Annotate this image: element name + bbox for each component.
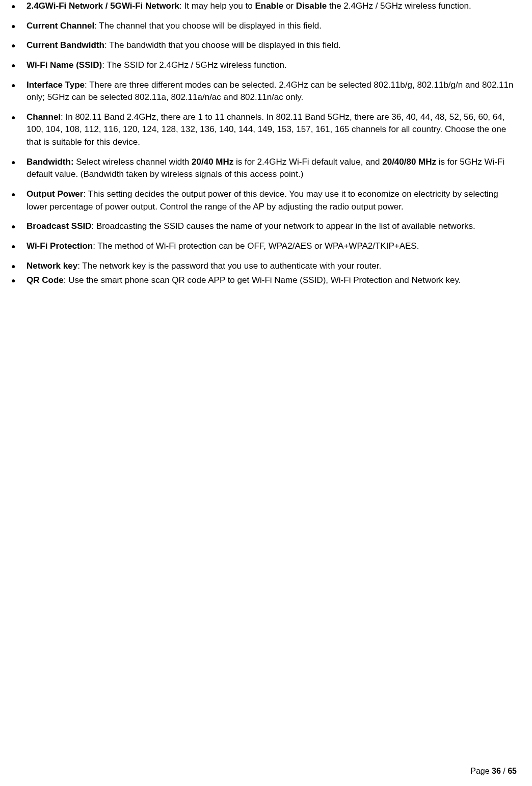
item-text: : There are three different modes can be… bbox=[26, 80, 513, 102]
document-body: 2.4GWi-Fi Network / 5GWi-Fi Network: It … bbox=[0, 0, 532, 287]
page-current: 36 bbox=[492, 767, 501, 775]
item-text: : The network key is the password that y… bbox=[77, 261, 381, 271]
list-item: Network key: The network key is the pass… bbox=[5, 260, 517, 273]
item-text: : The method of Wi-Fi protection can be … bbox=[93, 241, 419, 251]
item-bold: 20/40 MHz bbox=[192, 157, 233, 167]
item-bold: Disable bbox=[296, 1, 327, 11]
item-text: is for 2.4GHz Wi-Fi default value, and bbox=[233, 157, 382, 167]
item-text: : This setting decides the output power … bbox=[26, 189, 498, 212]
item-text: the 2.4GHz / 5GHz wireless function. bbox=[327, 1, 471, 11]
item-term: Output Power bbox=[26, 189, 83, 199]
list-item: Interface Type: There are three differen… bbox=[5, 79, 517, 104]
item-term: Current Bandwidth bbox=[26, 40, 104, 50]
feature-list: 2.4GWi-Fi Network / 5GWi-Fi Network: It … bbox=[5, 0, 517, 287]
item-text: : In 802.11 Band 2.4GHz, there are 1 to … bbox=[26, 112, 506, 147]
item-term: QR Code bbox=[26, 275, 64, 285]
list-item: Broadcast SSID: Broadcasting the SSID ca… bbox=[5, 220, 517, 233]
item-bold: Enable bbox=[255, 1, 283, 11]
list-item: Output Power: This setting decides the o… bbox=[5, 188, 517, 213]
list-item: Bandwidth: Select wireless channel width… bbox=[5, 156, 517, 181]
item-term: Interface Type bbox=[26, 80, 85, 90]
footer-prefix: Page bbox=[470, 767, 492, 775]
item-term: Current Channel bbox=[26, 21, 94, 31]
item-term: Bandwidth: bbox=[26, 157, 74, 167]
list-item: 2.4GWi-Fi Network / 5GWi-Fi Network: It … bbox=[5, 0, 517, 13]
footer-sep: / bbox=[501, 767, 508, 775]
item-text: : Broadcasting the SSID causes the name … bbox=[92, 221, 475, 231]
page-total: 65 bbox=[508, 767, 517, 775]
item-text: : The channel that you choose will be di… bbox=[94, 21, 322, 31]
item-term: 2.4GWi-Fi Network / 5GWi-Fi Network bbox=[26, 1, 179, 11]
list-item: Current Bandwidth: The bandwidth that yo… bbox=[5, 39, 517, 52]
item-term: Channel bbox=[26, 112, 61, 122]
list-item: Wi-Fi Name (SSID): The SSID for 2.4GHz /… bbox=[5, 59, 517, 72]
item-term: Network key bbox=[26, 261, 77, 271]
item-term: Wi-Fi Name (SSID) bbox=[26, 60, 102, 70]
list-item: Channel: In 802.11 Band 2.4GHz, there ar… bbox=[5, 111, 517, 149]
item-text: : Use the smart phone scan QR code APP t… bbox=[64, 275, 461, 285]
item-text: : It may help you to bbox=[179, 1, 255, 11]
item-term: Wi-Fi Protection bbox=[26, 241, 93, 251]
list-item: Wi-Fi Protection: The method of Wi-Fi pr… bbox=[5, 240, 517, 253]
item-text: or bbox=[283, 1, 296, 11]
item-bold: 20/40/80 MHz bbox=[382, 157, 436, 167]
item-text: : The SSID for 2.4GHz / 5GHz wireless fu… bbox=[102, 60, 287, 70]
list-item: Current Channel: The channel that you ch… bbox=[5, 20, 517, 33]
item-term: Broadcast SSID bbox=[26, 221, 92, 231]
list-item: QR Code: Use the smart phone scan QR cod… bbox=[5, 274, 517, 287]
page-footer: Page 36 / 65 bbox=[470, 765, 517, 777]
item-text: Select wireless channel width bbox=[74, 157, 192, 167]
item-text: : The bandwidth that you choose will be … bbox=[104, 40, 341, 50]
